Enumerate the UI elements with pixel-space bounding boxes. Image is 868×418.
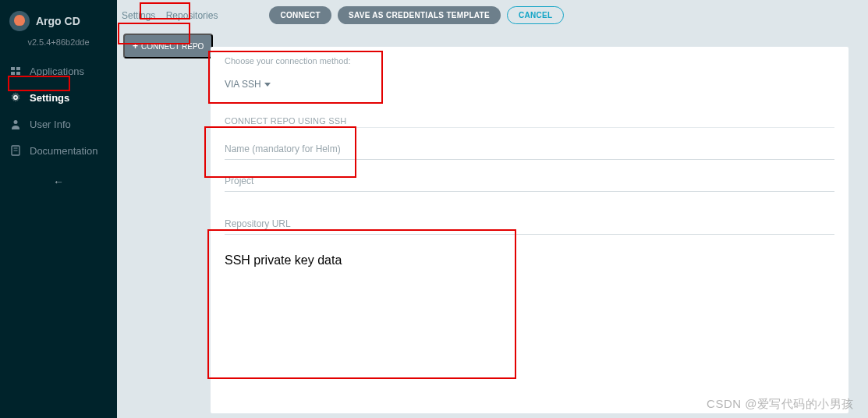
sidebar-item-label: Applications [30,66,84,77]
connect-repo-button[interactable]: + CONNECT REPO [123,34,213,58]
chevron-down-icon [264,83,271,87]
sidebar: Argo CD v2.5.4+86b2dde Applications Sett… [0,0,117,418]
sidebar-item-label: Settings [30,92,69,104]
sidebar-item-applications[interactable]: Applications [0,58,117,84]
gear-icon [9,91,22,104]
breadcrumb-current[interactable]: Repositories [166,10,218,22]
name-field[interactable]: Name (mandatory for Helm) [225,143,834,160]
connection-method-label: Choose your connection method: [225,56,834,66]
section-title: CONNECT REPO USING SSH [225,116,834,126]
connection-method-value: VIA SSH [225,79,261,90]
sidebar-item-settings[interactable]: Settings [0,84,117,111]
argo-logo-icon [9,11,30,31]
breadcrumb[interactable]: Settings Repositories [122,10,218,21]
app-version: v2.5.4+86b2dde [0,37,117,58]
project-field[interactable]: Project [225,175,834,192]
connect-repo-form: Choose your connection method: VIA SSH C… [211,47,849,413]
cancel-button[interactable]: CANCEL [507,6,564,24]
sidebar-item-label: Documentation [30,145,97,157]
project-placeholder: Project [225,175,834,191]
sidebar-item-documentation[interactable]: Documentation [0,137,117,164]
save-as-template-button[interactable]: SAVE AS CREDENTIALS TEMPLATE [338,6,501,24]
sidebar-item-label: User Info [30,119,71,130]
connect-repo-label: CONNECT REPO [141,42,204,51]
svg-point-1 [14,120,18,124]
repo-url-field[interactable]: Repository URL [225,218,834,235]
app-logo-row: Argo CD [0,6,117,37]
connect-button[interactable]: CONNECT [269,6,331,24]
repo-url-placeholder: Repository URL [225,218,834,234]
ssh-key-field[interactable]: SSH private key data [225,253,834,317]
applications-icon [9,65,22,77]
arrow-left-icon: ← [53,175,64,188]
breadcrumb-root[interactable]: Settings [122,10,155,21]
section-divider [225,127,834,128]
name-placeholder: Name (mandatory for Helm) [225,143,834,159]
top-bar: Settings Repositories CONNECT SAVE AS CR… [117,0,868,29]
plus-icon: + [133,41,138,51]
watermark: CSDN @爱写代码的小男孩 [707,397,854,412]
connection-method-select[interactable]: VIA SSH [225,79,271,90]
app-title: Argo CD [36,15,80,27]
ssh-key-placeholder: SSH private key data [225,253,834,267]
main-area: Settings Repositories CONNECT SAVE AS CR… [117,0,868,418]
sidebar-item-user-info[interactable]: User Info [0,111,117,137]
book-icon [9,144,22,157]
sidebar-collapse[interactable]: ← [0,164,117,200]
user-icon [9,118,22,130]
